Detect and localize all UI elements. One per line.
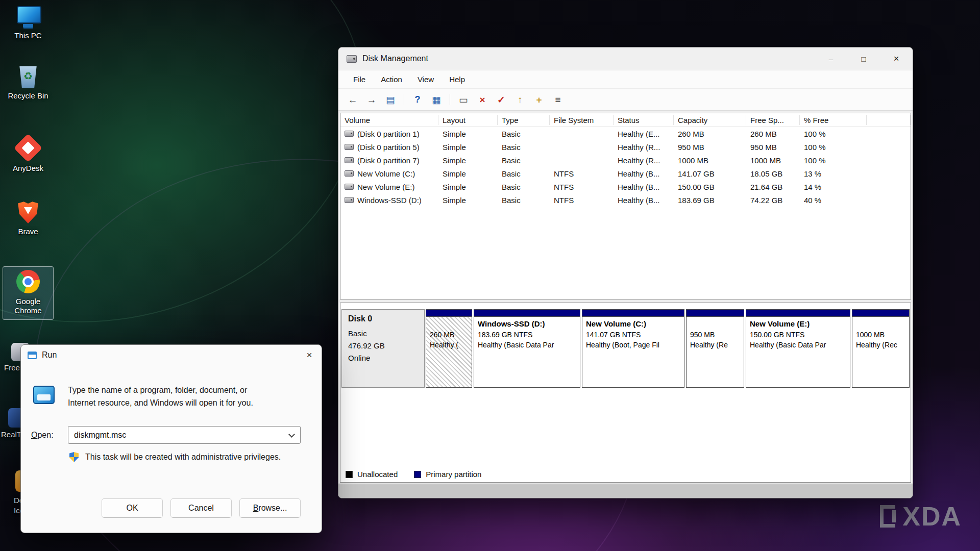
cell-capacity: 183.69 GB [674, 196, 746, 205]
table-row[interactable]: (Disk 0 partition 7) Simple Basic Health… [340, 154, 911, 167]
menu-help[interactable]: Help [442, 70, 473, 88]
delete-icon: × [479, 95, 485, 105]
partition-status: Healthy (Basic Data Par [750, 340, 846, 350]
legend: Unallocated Primary partition [346, 470, 481, 479]
cell-layout: Simple [438, 156, 498, 165]
table-row[interactable]: New Volume (C:) Simple Basic NTFS Health… [340, 167, 911, 180]
run-dialog-title: Run [42, 350, 57, 360]
table-row[interactable]: (Disk 0 partition 5) Simple Basic Health… [340, 140, 911, 154]
cell-layout: Simple [438, 143, 498, 152]
column-header-free-space[interactable]: Free Sp... [746, 115, 800, 125]
volume-icon [345, 157, 354, 163]
check-document-icon: ✓ [497, 95, 505, 105]
this-pc-icon [16, 6, 40, 28]
partition-size: 950 MB [690, 330, 740, 340]
partition-status: Healthy (Boot, Page Fil [586, 340, 680, 350]
xda-watermark: XDA [880, 503, 962, 530]
ok-button[interactable]: OK [102, 498, 163, 518]
cell-pct-free: 100 % [800, 130, 867, 138]
run-close-button[interactable]: × [297, 345, 322, 365]
toolbar-forward-button[interactable]: → [363, 91, 380, 108]
desktop-icon-label: RealT [1, 430, 21, 439]
partition-block-windows-ssd[interactable]: Windows-SSD (D:) 183.69 GB NTFS Healthy … [474, 309, 580, 388]
disk0-info-box[interactable]: Disk 0 Basic 476.92 GB Online [341, 309, 425, 388]
toolbar-details-view-button[interactable]: ≡ [550, 91, 566, 108]
disk-status: Online [348, 352, 418, 364]
column-header-pct-free[interactable]: % Free [800, 115, 867, 125]
cell-capacity: 150.00 GB [674, 183, 746, 191]
column-header-type[interactable]: Type [498, 115, 550, 125]
cell-free-space: 21.64 GB [746, 183, 800, 191]
cancel-button[interactable]: Cancel [170, 498, 232, 518]
run-open-input[interactable] [68, 426, 301, 444]
table-row[interactable]: New Volume (E:) Simple Basic NTFS Health… [340, 180, 911, 193]
column-header-capacity[interactable]: Capacity [674, 115, 746, 125]
menu-file[interactable]: File [346, 70, 373, 88]
cell-free-space: 74.22 GB [746, 196, 800, 205]
partition-block-new-volume-c[interactable]: New Volume (C:) 141.07 GB NTFS Healthy (… [582, 309, 684, 388]
toolbar-command-button[interactable]: ▭ [455, 91, 472, 108]
desktop-icon-brave[interactable]: Brave [0, 200, 56, 236]
desktop-icon-google-chrome[interactable]: Google Chrome [3, 266, 54, 320]
desktop-icon-label: Free [4, 363, 20, 372]
table-row[interactable]: Windows-SSD (D:) Simple Basic NTFS Healt… [340, 193, 911, 207]
panes-icon: ▦ [432, 95, 441, 105]
partition-color-strip [426, 310, 472, 317]
forward-icon: → [367, 95, 377, 105]
toolbar-folder-up-button[interactable]: ↑ [512, 91, 528, 108]
desktop-icon-label: AnyDesk [13, 164, 43, 173]
cell-status: Healthy (R... [614, 156, 674, 165]
command-prompt-icon: ▭ [459, 95, 468, 105]
minimize-button[interactable]: – [815, 47, 847, 70]
volume-icon [345, 144, 354, 150]
toolbar-new-folder-button[interactable]: + [531, 91, 547, 108]
partition-color-strip [474, 310, 580, 317]
desktop-icon-recycle-bin[interactable]: ♻ Recycle Bin [0, 64, 56, 101]
table-row[interactable]: (Disk 0 partition 1) Simple Basic Health… [340, 127, 911, 140]
column-header-status[interactable]: Status [614, 115, 674, 125]
unallocated-swatch-icon [346, 471, 353, 478]
brave-icon [17, 200, 39, 223]
close-button[interactable]: × [880, 47, 913, 70]
cell-file-system: NTFS [550, 196, 614, 205]
toolbar-help-button[interactable]: ? [409, 91, 426, 108]
maximize-button[interactable]: □ [847, 47, 880, 70]
toolbar-show-panes-button[interactable]: ▦ [428, 91, 445, 108]
partition-block-recovery-2[interactable]: 1000 MB Healthy (Rec [852, 309, 910, 388]
anydesk-icon [14, 134, 43, 163]
run-open-combobox [68, 426, 301, 444]
toolbar-console-tree-button[interactable]: ▤ [382, 91, 399, 108]
cell-type: Basic [498, 169, 550, 178]
menu-action[interactable]: Action [373, 70, 410, 88]
desktop-icon-this-pc[interactable]: This PC [0, 6, 56, 40]
column-header-file-system[interactable]: File System [550, 115, 614, 125]
partition-size: 260 MB [430, 330, 468, 340]
partition-block-new-volume-e[interactable]: New Volume (E:) 150.00 GB NTFS Healthy (… [746, 309, 850, 388]
partition-block-recovery-1[interactable]: 950 MB Healthy (Re [686, 309, 744, 388]
toolbar-separator [450, 94, 450, 105]
partition-title: Windows-SSD (D:) [478, 319, 576, 330]
toolbar-back-button[interactable]: ← [345, 91, 361, 108]
desktop-icon-anydesk[interactable]: AnyDesk [0, 136, 56, 173]
desktop-icon-label: This PC [14, 31, 41, 40]
column-header-volume[interactable]: Volume [340, 115, 438, 125]
back-icon: ← [348, 95, 358, 105]
browse-button[interactable]: Browse... [239, 498, 301, 518]
cell-status: Healthy (E... [614, 130, 674, 138]
menu-view[interactable]: View [410, 70, 442, 88]
cell-free-space: 260 MB [746, 130, 800, 138]
column-header-layout[interactable]: Layout [438, 115, 498, 125]
disk-management-window: Disk Management – □ × File Action View H… [338, 47, 913, 498]
partition-status: Healthy (Rec [856, 340, 905, 350]
volume-icon [345, 131, 354, 137]
toolbar-properties-button[interactable]: ✓ [493, 91, 509, 108]
partition-block-efi[interactable]: 260 MB Healthy ( [426, 309, 472, 388]
volume-list-pane: Volume Layout Type File System Status Ca… [340, 113, 911, 299]
partition-size: 141.07 GB NTFS [586, 330, 680, 340]
partition-color-strip [687, 310, 744, 317]
cell-status: Healthy (R... [614, 143, 674, 152]
cell-type: Basic [498, 156, 550, 165]
run-program-icon [33, 386, 55, 404]
volume-icon [345, 197, 354, 203]
toolbar-delete-button[interactable]: × [474, 91, 491, 108]
